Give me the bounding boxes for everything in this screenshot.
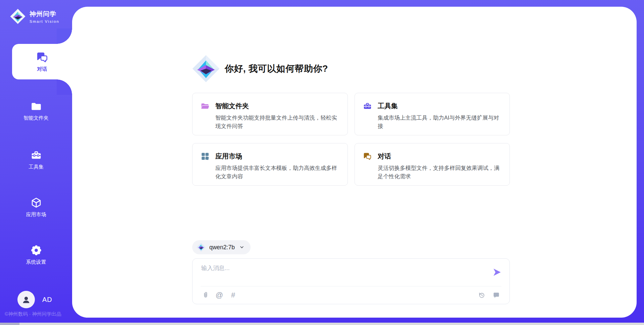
greeting: 你好, 我可以如何帮助你? — [192, 55, 328, 83]
brand-subtitle: Smart Vision — [30, 19, 59, 23]
card-title: 智能文件夹 — [215, 102, 249, 111]
brand-name: 神州问学 — [30, 10, 59, 18]
avatar — [17, 291, 35, 308]
card-description: 集成市场上主流工具，助力AI与外界无缝扩展与对接 — [378, 114, 501, 130]
sidebar-item-smart-folder[interactable]: 智能文件夹 — [0, 101, 72, 121]
feature-cards: 智能文件夹 智能文件夹功能支持批量文件上传与清洗，轻松实现文件问答 工具 — [192, 93, 510, 186]
sidebar-item-label: 智能文件夹 — [23, 115, 49, 121]
greeting-title: 你好, 我可以如何帮助你? — [225, 63, 328, 75]
card-title: 对话 — [378, 152, 391, 161]
sidebar: 神州问学 Smart Vision 对话 智能文件夹 — [0, 0, 72, 325]
sidebar-item-label: 工具集 — [29, 164, 44, 170]
user-name: AD — [42, 296, 52, 304]
card-description: 应用市场提供丰富长文本模板，助力高效生成多样化文章内容 — [215, 164, 339, 181]
main-panel: 你好, 我可以如何帮助你? 智能文件夹 智能文件夹功能支持批量文件上传与清洗，轻… — [72, 7, 637, 318]
chevron-down-icon — [239, 245, 245, 250]
gem-icon — [192, 55, 220, 83]
brand: 神州问学 Smart Vision — [10, 8, 59, 25]
copyright-footer: ©神州数码 · 神州问学出品 — [5, 311, 72, 317]
card-chat[interactable]: 对话 灵活切换多模型文件，支持多样回复效果调试，满足个性化需求 — [355, 143, 510, 186]
history-button[interactable] — [477, 291, 486, 300]
sidebar-item-toolkit[interactable]: 工具集 — [0, 149, 72, 170]
model-selector[interactable]: qwen2:7b — [192, 240, 251, 254]
horizontal-scrollbar[interactable] — [0, 323, 644, 325]
message-composer: @ # — [192, 258, 510, 304]
card-smart-folder[interactable]: 智能文件夹 智能文件夹功能支持批量文件上传与清洗，轻松实现文件问答 — [192, 93, 348, 135]
gem-icon — [10, 8, 25, 25]
card-title: 工具集 — [378, 102, 398, 111]
sidebar-item-label: 应用市场 — [26, 211, 46, 218]
card-description: 智能文件夹功能支持批量文件上传与清洗，轻松实现文件问答 — [215, 114, 339, 130]
sidebar-item-label: 对话 — [37, 66, 47, 72]
chat-bubbles-icon — [36, 51, 49, 64]
card-title: 应用市场 — [215, 152, 242, 161]
model-name: qwen2:7b — [209, 244, 235, 251]
folder-open-icon — [201, 102, 210, 111]
message-input[interactable] — [201, 264, 483, 283]
send-arrow-icon — [492, 268, 501, 277]
gem-icon — [197, 243, 206, 252]
grid-icon — [201, 152, 210, 161]
history-icon — [478, 291, 485, 299]
card-toolkit[interactable]: 工具集 集成市场上主流工具，助力AI与外界无缝扩展与对接 — [355, 93, 510, 135]
sidebar-item-label: 系统设置 — [26, 259, 46, 265]
active-tab-fillet-bottom — [57, 79, 72, 95]
user-account[interactable]: AD — [17, 291, 52, 308]
attachment-button[interactable] — [201, 291, 210, 300]
main-content: 你好, 我可以如何帮助你? 智能文件夹 智能文件夹功能支持批量文件上传与清洗，轻… — [192, 7, 510, 318]
mention-button[interactable]: @ — [215, 291, 224, 300]
active-tab-fillet-top — [57, 28, 72, 44]
card-description: 灵活切换多模型文件，支持多样回复效果调试，满足个性化需求 — [378, 164, 501, 181]
sidebar-item-app-market[interactable]: 应用市场 — [0, 197, 72, 218]
mention-icon: @ — [216, 291, 223, 299]
hash-button[interactable]: # — [229, 291, 237, 300]
chat-bubbles-icon — [363, 152, 372, 161]
toolbox-icon — [31, 149, 42, 161]
sidebar-item-chat[interactable]: 对话 — [12, 44, 72, 79]
sidebar-item-settings[interactable]: 系统设置 — [0, 245, 72, 265]
scrollbar-thumb[interactable] — [0, 323, 19, 325]
send-button[interactable] — [492, 268, 501, 277]
hash-icon: # — [231, 291, 235, 299]
attachment-icon — [202, 291, 209, 299]
gear-icon — [31, 245, 42, 256]
folder-icon — [31, 101, 42, 112]
toolbox-icon — [363, 102, 372, 111]
person-icon — [21, 295, 31, 305]
card-app-market[interactable]: 应用市场 应用市场提供丰富长文本模板，助力高效生成多样化文章内容 — [192, 143, 348, 186]
composer-toolbar: @ # — [201, 286, 501, 304]
app-background: 神州问学 Smart Vision 对话 智能文件夹 — [0, 0, 644, 325]
cube-icon — [31, 197, 42, 208]
chat-bubble-icon — [493, 291, 500, 299]
chat-bubble-button[interactable] — [492, 291, 501, 300]
